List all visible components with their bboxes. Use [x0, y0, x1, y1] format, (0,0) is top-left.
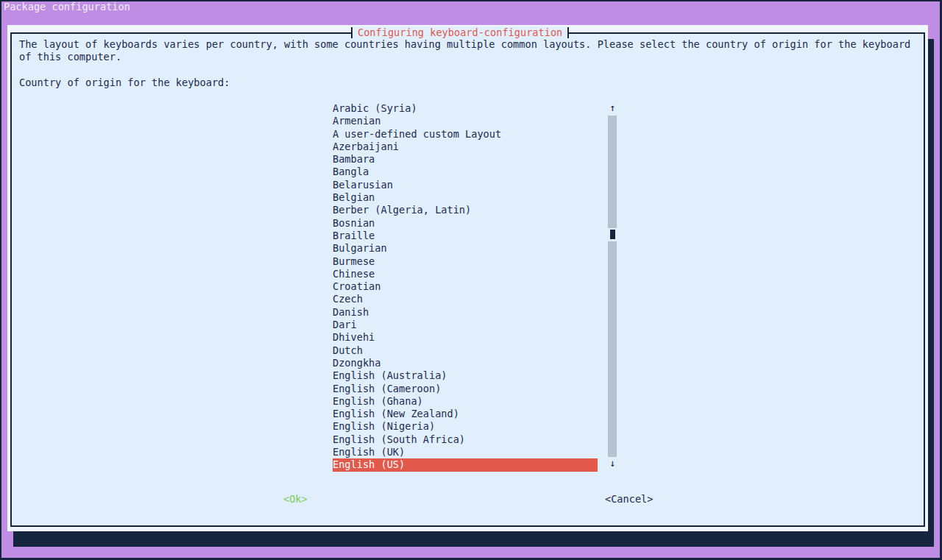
list-item[interactable]: English (Nigeria): [333, 420, 598, 433]
list-item[interactable]: Burmese: [333, 255, 598, 268]
list-item[interactable]: Belgian: [333, 191, 598, 204]
scroll-down-icon[interactable]: ↓: [605, 457, 620, 469]
list-item[interactable]: Braille: [333, 230, 598, 242]
screen: Package configuration Configuring keyboa…: [0, 0, 942, 560]
list-item[interactable]: Azerbaijani: [333, 141, 598, 153]
list-item[interactable]: Armenian: [333, 115, 598, 127]
list-item[interactable]: English (UK): [333, 446, 598, 458]
list-item-selected[interactable]: English (US): [333, 458, 598, 471]
list-item[interactable]: Dzongkha: [333, 357, 598, 369]
list-item[interactable]: A user-defined custom Layout: [333, 128, 598, 141]
cancel-button[interactable]: <Cancel>: [605, 493, 653, 506]
dialog-title-bar: Configuring keyboard-configuration: [351, 26, 569, 39]
scrollbar-track[interactable]: [608, 116, 617, 457]
country-list: Arabic (Syria)ArmenianA user-defined cus…: [333, 102, 598, 472]
list-item[interactable]: Croatian: [333, 280, 598, 293]
list-item[interactable]: Danish: [333, 306, 598, 319]
list-item[interactable]: Dutch: [333, 344, 598, 357]
scroll-up-icon[interactable]: ↑: [605, 102, 620, 114]
list-item[interactable]: Bosnian: [333, 217, 598, 230]
list-item[interactable]: Belarusian: [333, 179, 598, 191]
ok-button[interactable]: <Ok>: [283, 493, 308, 506]
list-item[interactable]: Czech: [333, 293, 598, 305]
list-item[interactable]: Chinese: [333, 268, 598, 280]
list-item[interactable]: Bulgarian: [333, 242, 598, 255]
border-tick-right-icon: [567, 27, 569, 38]
dialog-title: Configuring keyboard-configuration: [353, 26, 567, 39]
list-item[interactable]: English (New Zealand): [333, 408, 598, 420]
list-item[interactable]: English (Ghana): [333, 395, 598, 408]
list-item[interactable]: Bangla: [333, 166, 598, 178]
list-item[interactable]: English (Cameroon): [333, 383, 598, 395]
window-title: Package configuration: [4, 1, 130, 13]
scrollbar-thumb[interactable]: [608, 228, 617, 241]
list-item[interactable]: Arabic (Syria): [333, 102, 598, 115]
list-item[interactable]: English (South Africa): [333, 433, 598, 446]
dialog-description: The layout of keyboards varies per count…: [19, 38, 923, 64]
list-item[interactable]: Bambara: [333, 153, 598, 166]
scrollbar-thumb-knob: [610, 230, 615, 239]
list-item[interactable]: Dhivehi: [333, 331, 598, 344]
list-item[interactable]: Berber (Algeria, Latin): [333, 204, 598, 216]
list-item[interactable]: Dari: [333, 319, 598, 331]
list-label: Country of origin for the keyboard:: [19, 77, 230, 89]
list-item[interactable]: English (Australia): [333, 369, 598, 382]
